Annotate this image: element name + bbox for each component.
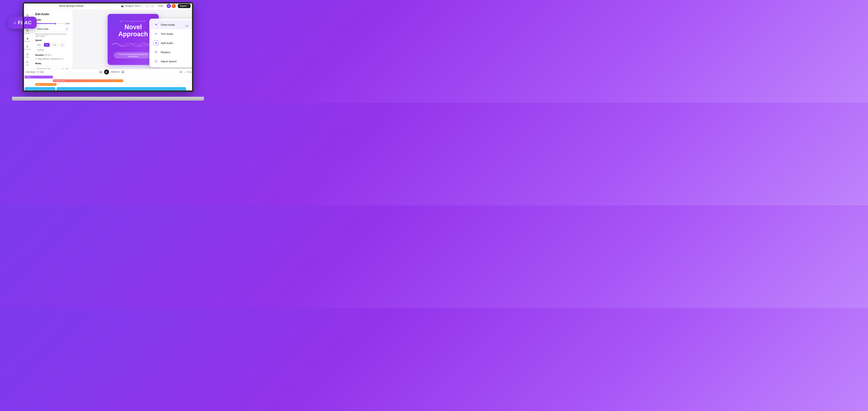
timeline-toolbar: + Add Media ⊟ Split ⏮ ▶ 00:02:23 ⏭ 🔊	[23, 69, 193, 75]
project-name: Movie Musings Podcast	[25, 5, 117, 7]
sidebar-item-subtitles[interactable]: ⊟ Subtitles	[24, 28, 31, 35]
delete-icon[interactable]: 🗑	[65, 68, 68, 69]
replace-icons: ↻ 🗑	[62, 68, 68, 69]
split-icon: ⊟	[37, 71, 39, 73]
media-section-label: Media	[35, 62, 70, 65]
card-title: Novel Approach	[118, 24, 148, 37]
time-display: 00:02:23	[111, 71, 119, 73]
intro-audio-clip[interactable]: ♫ Intro.flac	[25, 87, 56, 92]
minus-icon[interactable]: —	[184, 71, 186, 73]
add-media-label: + Add Media	[25, 71, 35, 73]
text-track-row: T Text	[25, 83, 191, 86]
end-input: End 00:15.1 ⏱	[51, 58, 64, 60]
context-menu-item-trim-audio[interactable]: ✂ Trim Audio	[151, 29, 193, 38]
end-label: End	[51, 58, 54, 60]
fit-to-label: Fit to	[187, 71, 191, 73]
canvas-area: EP. IV: ADAPTATIONS Novel Approach The r…	[73, 10, 193, 69]
main-area: ☰ T Text ⊟ Subtitles ◈ Elements	[23, 10, 193, 69]
user-initials: SK	[166, 4, 171, 8]
intro-clip-label: ♫ Intro.flac	[26, 90, 34, 92]
volume-icon[interactable]: 🔊	[180, 71, 182, 73]
audio-track-row: ♫ Intro.flac ♫ Interview.flac +	[25, 87, 191, 92]
speed-btn-2[interactable]: 1.5x	[51, 43, 58, 47]
adjust-speed-icon: ◷	[154, 59, 158, 64]
speed-btn-0[interactable]: 0.5x	[35, 43, 43, 47]
soundwave-clip[interactable]: ✦ Sound Wave	[53, 79, 123, 82]
back-arrow[interactable]: ←	[145, 4, 150, 8]
play-button[interactable]: ▶	[104, 69, 109, 74]
clean-audio-label: Clean Audio	[37, 28, 49, 30]
timeline: + Add Media ⊟ Split ⏮ ▶ 00:02:23 ⏭ 🔊	[23, 69, 193, 92]
forward-arrow[interactable]: →	[150, 4, 154, 8]
export-button[interactable]: Export ↑	[178, 4, 191, 8]
laptop: Movie Musings Podcast 📷 Instagram Story …	[12, 2, 204, 101]
text-clip[interactable]: T Text	[35, 83, 56, 86]
duration-value: 00:15.1	[44, 54, 52, 56]
export-icon: ↑	[187, 5, 188, 7]
export-label: Export	[180, 5, 187, 7]
avatar-group: SK	[166, 4, 176, 8]
subtitles-label: Subtitles	[25, 33, 30, 34]
interview-audio-clip[interactable]: ♫ Interview.flac	[57, 87, 186, 92]
volume-slider-row: 200%	[35, 23, 70, 25]
soundwave-clip-label: ✦ Sound Wave	[54, 80, 65, 82]
sidebar-item-transitions[interactable]: ⧖ Transitions	[24, 44, 31, 51]
filters-label: Filters	[26, 56, 29, 58]
speed-btn-custom[interactable]: Custom	[35, 48, 46, 52]
sidebar-item-draw[interactable]: ✏ Draw	[24, 60, 31, 67]
replace-audio-row[interactable]: Replace Audio ↻ 🗑	[35, 66, 70, 69]
subtitle-track-row: Subtitle	[25, 75, 191, 79]
cursor-hand: ☞	[185, 24, 189, 29]
add-track-button[interactable]: +	[187, 89, 191, 92]
split-audio-icon: ⊞	[154, 40, 158, 45]
subtitle-clip[interactable]: Subtitle	[25, 76, 53, 78]
sidebar-item-filters[interactable]: ⊙ Filters	[24, 52, 31, 59]
platform-selector[interactable]: 📷 Instagram Story ▾	[119, 4, 144, 8]
start-value[interactable]: 00:00.0	[43, 58, 49, 60]
speed-buttons: 0.5x 1x 1.5x 2x Custom	[35, 43, 70, 52]
context-menu-item-split-audio[interactable]: ⊞ Split Audio	[151, 38, 193, 47]
clean-audio-desc: Remove background noise and enhance audi…	[35, 33, 70, 37]
clean-audio-menu-label: Clean Audio	[161, 23, 175, 26]
filters-icon: ⊙	[26, 53, 29, 56]
invite-button[interactable]: Invite	[157, 4, 164, 8]
context-menu-item-replace[interactable]: ↻ Replace	[151, 47, 193, 57]
end-icon: ⏱	[62, 58, 64, 60]
sidebar-item-elements[interactable]: ◈ Elements	[24, 36, 31, 43]
context-menu-item-adjust-speed[interactable]: ◷ Adjust Speed	[151, 57, 193, 66]
edit-panel: Edit Audio Audio 200% Clean Audio ✦ Remo…	[32, 10, 73, 69]
add-media-button[interactable]: + Add Media	[25, 71, 35, 73]
instagram-icon: 📷	[121, 5, 124, 7]
subtitle-clip-label: Subtitle	[26, 76, 31, 78]
text-clip-label: T Text	[36, 83, 40, 85]
speed-btn-1[interactable]: 1x	[44, 43, 50, 47]
slider-thumb[interactable]	[54, 23, 56, 25]
subtitles-icon: ⊟	[26, 29, 29, 32]
laptop-base	[12, 97, 204, 101]
elements-icon: ◈	[26, 37, 29, 40]
interview-clip-label: ♫ Interview.flac	[58, 90, 69, 92]
tracks-area: Subtitle ✦ Sound Wave T Text	[23, 75, 193, 92]
transitions-label: Transitions	[24, 48, 31, 50]
elements-label: Elements	[25, 40, 30, 42]
caption-text: The rise of streaming services has seen …	[114, 52, 153, 59]
platform-chevron: ▾	[141, 5, 142, 7]
interview-waveform	[57, 87, 186, 92]
flac-badge: ♫ FLAC	[8, 17, 37, 29]
skip-forward-button[interactable]: ⏭	[122, 71, 124, 73]
split-button[interactable]: ⊟ Split	[37, 71, 43, 73]
replace-menu-label: Replace	[161, 51, 170, 54]
time-inputs: ⏱ Start 00:00.0 End 00:15.1 ⏱	[35, 58, 70, 60]
ep-label: EP. IV: ADAPTATIONS	[120, 21, 146, 22]
platform-name: Instagram Story	[125, 5, 140, 7]
music-icon: ♫	[13, 21, 16, 25]
refresh-icon[interactable]: ↻	[62, 68, 64, 69]
end-value[interactable]: 00:15.1	[55, 58, 61, 60]
clean-audio-row[interactable]: Clean Audio ✦	[35, 26, 70, 32]
skip-back-button[interactable]: ⏮	[99, 71, 102, 73]
adjust-speed-menu-label: Adjust Speed	[161, 60, 176, 63]
camera-dot	[107, 3, 108, 4]
volume-slider[interactable]	[35, 23, 64, 24]
speed-btn-3[interactable]: 2x	[59, 43, 65, 47]
speed-section-label: Speed	[35, 39, 70, 41]
